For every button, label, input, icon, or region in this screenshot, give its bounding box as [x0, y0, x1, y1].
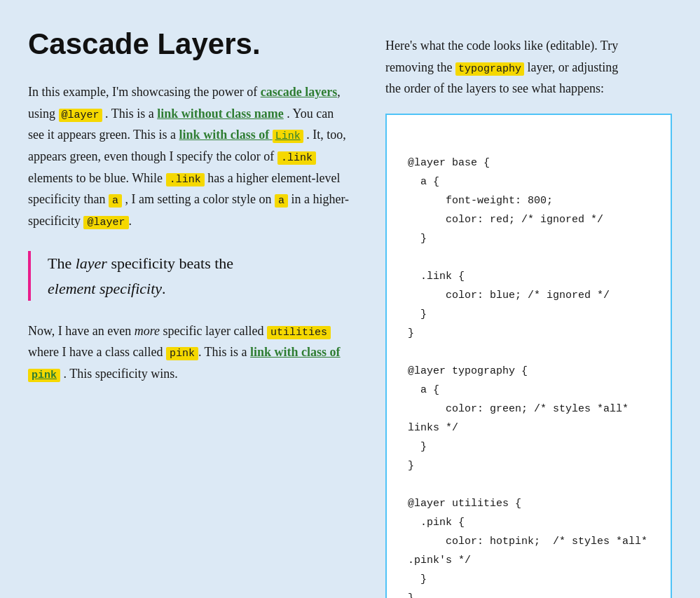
right-intro-text: Here's what the code looks like (editabl… [385, 35, 672, 100]
blockquote: The layer specificity beats the element … [28, 251, 350, 300]
utilities-badge: utilities [267, 326, 331, 339]
p2-mid: specific layer called [163, 324, 264, 338]
blockquote-text: The layer specificity beats the element … [48, 251, 350, 300]
link-badge3: .link [166, 173, 205, 186]
pink-badge: pink [166, 347, 198, 360]
intro-text-start: In this example, I'm showcasing the powe… [28, 85, 257, 99]
link-badge: Link [273, 130, 303, 143]
pink-highlight: pink [28, 369, 60, 382]
link-without-class[interactable]: link without class name [157, 107, 284, 121]
right-column: Here's what the code looks like (editabl… [385, 28, 672, 598]
p2-end: . This is a [198, 345, 247, 359]
left-column: Cascade Layers. In this example, I'm sho… [28, 28, 350, 598]
blockquote-italic1: layer [76, 254, 107, 272]
code-editor[interactable]: @layer base { a { font-weight: 800; colo… [385, 114, 672, 598]
p2-final: . This specificity wins. [64, 367, 178, 381]
right-line4: the order of the layers to see what happ… [385, 81, 604, 95]
sentence4: elements to be blue. While [28, 171, 163, 185]
link-with-class-label: link with class of [179, 128, 270, 142]
right-line1: Here's what the code looks like (editabl… [385, 39, 618, 53]
typography-badge: typography [455, 62, 524, 76]
p2-more-italic: more [135, 324, 160, 338]
a-badge: a [109, 194, 122, 208]
at-layer-badge: @layer [59, 109, 102, 122]
sentence6: , I am setting a color style on [125, 192, 271, 206]
cascade-layers-link[interactable]: cascade layers [261, 85, 337, 99]
p2-start: Now, I have an even [28, 324, 131, 338]
second-paragraph: Now, I have an even more specific layer … [28, 320, 350, 385]
right-line3: layer, or adjusting [528, 60, 619, 74]
blockquote-italic2: element specificity [48, 280, 162, 297]
intro-paragraph: In this example, I'm showcasing the powe… [28, 81, 350, 231]
pink-link-text: link with class of [250, 345, 341, 359]
right-line2: removing the [385, 60, 452, 74]
link-with-class-text[interactable]: link with class of Link [179, 128, 303, 142]
sentence1: . This is a [105, 107, 154, 121]
sentence8: . [129, 214, 132, 228]
page-layout: Cascade Layers. In this example, I'm sho… [28, 28, 672, 598]
page-title: Cascade Layers. [28, 28, 350, 60]
link-badge2: .link [277, 151, 316, 165]
a-badge2: a [275, 194, 288, 208]
at-layer-badge2: @layer [83, 216, 128, 229]
p2-mid2: where I have a class called [28, 345, 163, 359]
